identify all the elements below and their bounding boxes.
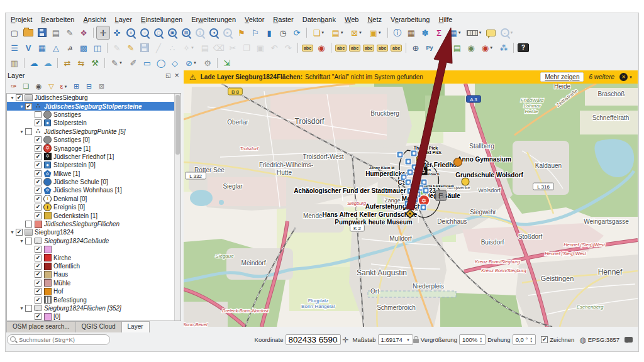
layer-tree-row[interactable]: ✔iEreignis [0] [7,203,180,211]
layer-visibility-checkbox[interactable]: ✔ [35,119,42,126]
extent-toggle-icon[interactable]: ✛ [343,336,349,344]
layer-tree-row[interactable]: ✔Hof [7,287,180,295]
menu-ansicht[interactable]: Ansicht [79,15,110,24]
select-by-value-button[interactable]: ▤▼ [328,26,347,40]
expander-icon[interactable]: ▼ [18,129,25,134]
layer-labeling-button[interactable]: abc [301,41,314,55]
layer-tree-row[interactable]: Sonstiges [7,111,180,119]
layer-visibility-checkbox[interactable]: ✔ [35,145,42,152]
rotation-spinner[interactable]: 0,0 °▲▼ [513,334,536,345]
layer-visibility-checkbox[interactable]: ✔ [35,153,42,160]
layer-visibility-checkbox[interactable]: ✔ [35,297,42,304]
menu-vektor[interactable]: Vektor [240,15,269,24]
layer-tree-row[interactable]: ✔Mühle [7,279,180,287]
messages-log-icon[interactable] [625,337,633,343]
db-manager-button[interactable]: ▥ [8,56,21,70]
layer-visibility-checkbox[interactable]: ✔ [25,103,32,110]
pan-map-button[interactable]: ✛ [96,26,110,40]
layer-visibility-checkbox[interactable]: ✔ [35,280,42,287]
new-project-button[interactable]: ▢ [8,26,21,40]
layer-visibility-checkbox[interactable]: ✔ [35,195,42,202]
cad-construction-button[interactable]: ✐ [126,56,140,70]
crs-value[interactable]: EPSG:3857 [588,336,619,343]
pin-labels-button[interactable]: abc [334,41,348,55]
layer-visibility-checkbox[interactable]: ✔ [35,263,42,270]
label-properties-button[interactable]: abc [389,41,403,55]
panel-dock-icon[interactable]: ◱ [164,72,173,79]
layer-tree-row[interactable]: ✔Kirche [7,253,180,261]
rotate-label-button[interactable]: abc [362,41,375,55]
menu-raster[interactable]: Raster [269,15,297,24]
layer-tree-row[interactable]: ✔✡Jüdischer Friedhof [1] [7,153,180,161]
temporal-controller-button[interactable]: ◷ [276,26,290,40]
layer-diagram-button[interactable]: ◉ [314,41,328,55]
layer-tree-row[interactable]: ✔✹Stolperstein [0] [7,161,180,169]
layer-tree[interactable]: ▼✔JüdischesSiegburg▼✔∴JüdischesSiegburgS… [6,93,181,321]
plugin-tools-button[interactable]: ⚒ [88,56,102,70]
layout-manager-button[interactable]: ✎ [63,26,77,40]
magnifier-spinner[interactable]: 100%▲▼ [459,334,486,345]
layer-visibility-checkbox[interactable]: ✔ [35,255,42,261]
menu-erweiterungen[interactable]: Erweiterungen [187,15,240,24]
dropdown-caret-icon[interactable]: ▼ [378,31,382,35]
layer-visibility-checkbox[interactable]: ✔ [35,271,42,278]
advanced-digitizing-button[interactable]: ✎▼ [108,56,126,70]
change-label-button[interactable]: abc [375,41,389,55]
data-source-manager-button[interactable]: ☰ [8,41,21,55]
tree-scrollbar-thumb[interactable] [175,95,180,155]
panel-close-icon[interactable]: ✕ [172,72,181,79]
expander-icon[interactable]: ▼ [9,96,16,100]
coordinate-input[interactable] [286,334,341,345]
layer-visibility-checkbox[interactable]: ✔ [35,246,42,253]
collapse-all-button[interactable]: ⊟ [83,81,95,92]
menu-datenbank[interactable]: Datenbank [298,15,340,24]
tree-scrollbar[interactable] [174,94,180,321]
map-tips-button[interactable] [484,26,497,40]
dropdown-caret-icon[interactable]: ▼ [340,31,344,35]
filter-legend-button[interactable]: ▽ [45,81,57,92]
add-postgis-layer-button[interactable]: ▩ [77,41,91,55]
dropdown-caret-icon[interactable]: ▼ [510,31,514,35]
python-console-button[interactable]: Py [423,41,436,55]
menu-hilfe[interactable]: Hilfe [434,15,457,24]
draw-slash-button[interactable]: ⊘▼ [182,56,201,70]
plugin-reloader-button[interactable]: ⇆ [74,56,88,70]
new-bookmark-button[interactable]: ⚑ [235,26,248,40]
layer-visibility-checkbox[interactable]: ✔ [16,94,23,101]
field-calculator-button[interactable]: ▦ [404,26,418,40]
add-wms-layer-button[interactable]: ◫ [91,41,104,55]
layer-tree-row[interactable]: ✔[0] [7,312,180,321]
draw-rectangle-button[interactable]: ▭ [140,56,154,70]
expander-icon[interactable]: ▼ [18,306,25,310]
layer-visibility-checkbox[interactable]: ✔ [35,170,42,177]
layer-tree-row[interactable]: ▼Siegburg1824Flächen [352] [7,304,180,312]
menu-projekt[interactable]: Projekt [6,15,36,24]
layer-visibility-checkbox[interactable] [35,111,42,118]
add-group-button[interactable]: ❏ [20,81,32,92]
layer-tree-row[interactable]: ✔Befestigung [7,295,180,304]
zoom-last-button[interactable]: ◂ [207,26,221,40]
style-manager-button[interactable]: ❖ [77,26,91,40]
dropdown-caret-icon[interactable]: ▼ [193,61,197,65]
select-by-location-button[interactable]: ▣▼ [366,26,385,40]
toggle-editing-button[interactable]: ✎ [124,41,138,55]
render-checkbox[interactable]: ✔ [541,336,548,343]
menu-einstellungen[interactable]: Einstellungen [136,15,187,24]
draw-polygon-button[interactable]: ◇ [168,56,182,70]
refresh-map-button[interactable]: ⟳ [290,26,304,40]
filter-by-expression-button[interactable]: ε▼ [58,81,70,92]
layer-tree-row[interactable]: ✔ [7,245,180,253]
layer-tree-row[interactable]: ✔iDenkmal [0] [7,195,180,203]
close-message-icon[interactable]: ✕ [619,73,628,81]
dropdown-caret-icon[interactable]: ▼ [64,85,67,89]
zoom-to-selection-button[interactable]: ▣ [165,26,179,40]
show-bookmarks-button[interactable]: ⚐ [248,26,262,40]
zoom-in-button[interactable]: + [124,26,138,40]
message-dropdown-icon[interactable]: ▼ [629,75,633,79]
layer-tree-row[interactable]: ✔Jüdische Schule [0] [7,178,180,186]
layer-visibility-checkbox[interactable]: ✔ [35,136,42,143]
layer-visibility-checkbox[interactable]: ✔ [35,204,42,211]
add-delimited-text-layer-button[interactable]: ,a [63,41,77,55]
layer-tree-row[interactable]: ✔✡Jüdisches Wohnhaus [1] [7,186,180,194]
share-network-button[interactable]: ⁂ [497,41,511,55]
